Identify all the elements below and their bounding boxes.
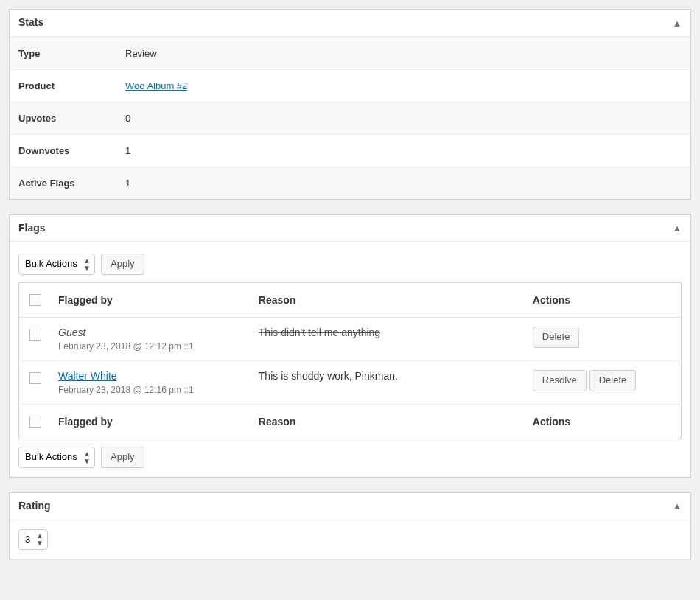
chevron-up-icon: ▲ — [673, 500, 682, 512]
rating-toggle[interactable]: ▲ — [670, 499, 685, 514]
flag-reason: This didn't tell me anything — [259, 327, 380, 338]
flag-reason: This is shoddy work, Pinkman. — [259, 370, 398, 382]
flags-table: Flagged by Reason Actions GuestFebruary … — [18, 282, 682, 439]
stats-downvotes-value: 1 — [116, 134, 690, 167]
rating-heading: Rating — [10, 493, 690, 520]
th-reason: Reason — [251, 283, 525, 318]
stats-downvotes-label: Downvotes — [10, 134, 116, 167]
chevron-up-icon: ▲ — [673, 18, 682, 29]
stats-type-label: Type — [10, 37, 116, 69]
row-checkbox[interactable] — [29, 372, 41, 384]
th-flagged-by: Flagged by — [51, 283, 251, 318]
table-row: Walter WhiteFebruary 23, 2018 @ 12:16 pm… — [19, 361, 682, 405]
rating-select[interactable]: 3 — [18, 529, 48, 551]
table-row: GuestFebruary 23, 2018 @ 12:12 pm ::1Thi… — [19, 318, 682, 361]
chevron-up-icon: ▲ — [673, 223, 682, 234]
stats-toggle[interactable]: ▲ — [670, 15, 685, 30]
delete-button[interactable]: Delete — [533, 327, 580, 348]
tf-actions: Actions — [525, 405, 682, 439]
rating-panel: Rating ▲ 3 ▲▼ — [9, 492, 691, 559]
flags-toggle[interactable]: ▲ — [670, 221, 685, 236]
apply-button-top[interactable]: Apply — [101, 254, 144, 275]
stats-heading: Stats — [10, 10, 690, 37]
stats-product-label: Product — [10, 69, 116, 102]
select-all-checkbox-bottom[interactable] — [29, 416, 41, 428]
stats-activeflags-value: 1 — [116, 167, 690, 199]
flagged-by-meta: February 23, 2018 @ 12:16 pm ::1 — [58, 385, 244, 395]
stats-table: Type Review Product Woo Album #2 Upvotes… — [10, 37, 690, 199]
apply-button-bottom[interactable]: Apply — [101, 447, 144, 468]
flags-panel: Flags ▲ Bulk Actions ▲▼ Apply — [9, 214, 691, 478]
flagged-by-name: Guest — [58, 327, 85, 338]
bulk-actions-top: Bulk Actions ▲▼ Apply — [18, 249, 682, 282]
stats-activeflags-label: Active Flags — [10, 167, 116, 199]
stats-product-link[interactable]: Woo Album #2 — [125, 80, 187, 91]
bulk-actions-select-bottom[interactable]: Bulk Actions — [18, 447, 95, 468]
row-checkbox[interactable] — [29, 329, 41, 341]
tf-reason: Reason — [251, 405, 525, 439]
stats-panel: Stats ▲ Type Review Product Woo Album #2… — [9, 9, 691, 200]
tf-flagged-by: Flagged by — [51, 405, 251, 439]
bulk-actions-bottom: Bulk Actions ▲▼ Apply — [18, 439, 682, 468]
delete-button[interactable]: Delete — [589, 370, 637, 391]
bulk-actions-select-top[interactable]: Bulk Actions — [18, 254, 95, 275]
th-actions: Actions — [525, 283, 682, 318]
stats-upvotes-value: 0 — [116, 102, 690, 134]
resolve-button[interactable]: Resolve — [533, 370, 587, 391]
stats-type-value: Review — [116, 37, 690, 69]
stats-upvotes-label: Upvotes — [10, 102, 116, 134]
flagged-by-meta: February 23, 2018 @ 12:12 pm ::1 — [58, 341, 244, 352]
flags-heading: Flags — [10, 215, 690, 243]
select-all-checkbox-top[interactable] — [29, 294, 41, 306]
flagged-by-link[interactable]: Walter White — [58, 370, 117, 382]
